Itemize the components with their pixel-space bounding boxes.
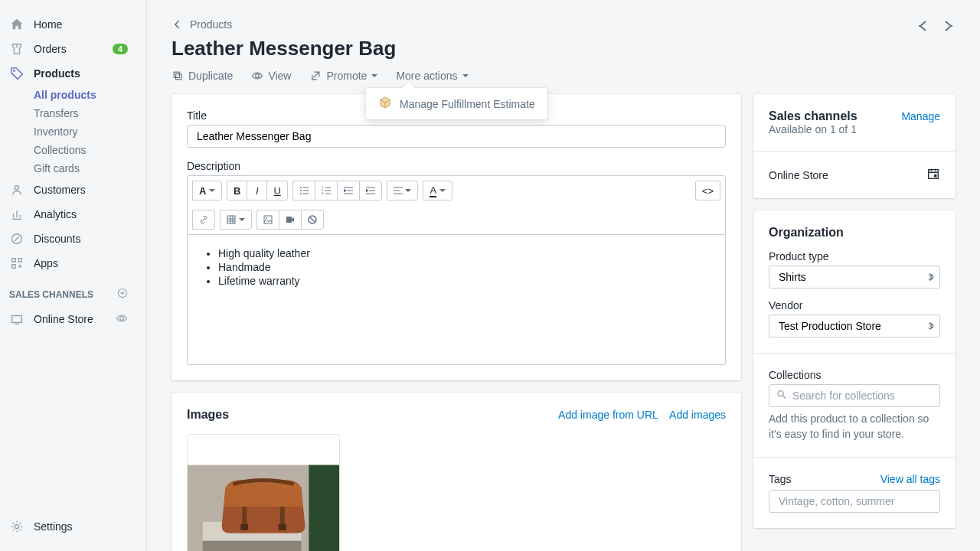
duplicate-icon bbox=[172, 70, 184, 82]
organization-heading: Organization bbox=[769, 226, 940, 240]
number-list-button[interactable]: 123 bbox=[315, 181, 337, 201]
svg-point-12 bbox=[256, 74, 260, 78]
prev-product-button[interactable] bbox=[916, 18, 931, 36]
analytics-icon bbox=[9, 207, 24, 222]
svg-point-14 bbox=[300, 190, 302, 191]
view-button[interactable]: View bbox=[251, 70, 291, 82]
collections-search-input[interactable] bbox=[769, 384, 940, 407]
nav-discounts[interactable]: Discounts bbox=[0, 227, 146, 251]
svg-rect-3 bbox=[12, 259, 16, 262]
collections-help: Add this product to a collection so it's… bbox=[769, 412, 940, 442]
nav-products[interactable]: Products bbox=[0, 61, 146, 86]
channel-name: Online Store bbox=[769, 169, 828, 181]
title-input[interactable] bbox=[187, 125, 726, 148]
nav-home[interactable]: Home bbox=[0, 12, 146, 37]
products-icon bbox=[9, 66, 24, 81]
italic-button[interactable]: I bbox=[247, 181, 266, 201]
nav-online-store[interactable]: Online Store bbox=[0, 307, 146, 331]
add-channel-icon[interactable] bbox=[117, 288, 128, 301]
svg-rect-28 bbox=[240, 524, 248, 530]
nav-apps[interactable]: Apps bbox=[0, 251, 146, 276]
product-image-thumb[interactable] bbox=[187, 434, 340, 551]
svg-rect-31 bbox=[934, 174, 937, 178]
tags-input[interactable] bbox=[769, 490, 940, 513]
nav-orders[interactable]: Orders 4 bbox=[0, 37, 146, 61]
outdent-button[interactable] bbox=[337, 181, 359, 201]
svg-point-9 bbox=[15, 524, 18, 528]
align-button[interactable] bbox=[387, 181, 419, 201]
view-all-tags-link[interactable]: View all tags bbox=[880, 473, 940, 485]
nav-products-label: Products bbox=[34, 67, 80, 80]
desc-bullet: Handmade bbox=[218, 261, 710, 273]
images-heading: Images bbox=[187, 408, 229, 422]
settings-icon bbox=[9, 519, 24, 534]
calendar-icon[interactable] bbox=[926, 167, 940, 183]
desc-bullet: Lifetime warranty bbox=[218, 275, 710, 287]
next-product-button[interactable] bbox=[940, 18, 956, 36]
availability-text: Available on 1 of 1 bbox=[769, 123, 940, 135]
vendor-label: Vendor bbox=[769, 299, 940, 311]
nav-analytics[interactable]: Analytics bbox=[0, 202, 146, 227]
product-type-select[interactable] bbox=[769, 266, 940, 289]
chevron-down-icon bbox=[462, 74, 469, 77]
chevron-down-icon bbox=[371, 74, 377, 77]
nav-transfers[interactable]: Transfers bbox=[0, 104, 146, 122]
video-button[interactable] bbox=[279, 210, 301, 230]
add-images-link[interactable]: Add images bbox=[669, 409, 726, 421]
view-store-icon[interactable] bbox=[116, 312, 128, 327]
indent-button[interactable] bbox=[359, 181, 382, 201]
vendor-select[interactable] bbox=[769, 315, 940, 337]
svg-rect-5 bbox=[12, 265, 16, 269]
code-view-button[interactable]: <> bbox=[695, 181, 720, 201]
nav-inventory[interactable]: Inventory bbox=[0, 122, 146, 141]
orders-icon bbox=[9, 41, 24, 57]
text-color-button[interactable]: A bbox=[423, 181, 452, 201]
product-type-label: Product type bbox=[769, 250, 940, 262]
breadcrumb-label: Products bbox=[190, 18, 232, 31]
svg-rect-22 bbox=[286, 217, 292, 223]
discounts-icon bbox=[9, 231, 24, 246]
svg-text:3: 3 bbox=[322, 191, 324, 195]
more-actions-button[interactable]: More actions bbox=[396, 70, 468, 82]
collections-label: Collections bbox=[769, 369, 940, 381]
image-button[interactable] bbox=[256, 210, 279, 230]
bullet-list-button[interactable] bbox=[292, 181, 315, 201]
svg-rect-30 bbox=[929, 170, 939, 179]
nav-all-products[interactable]: All products bbox=[0, 86, 146, 104]
svg-point-21 bbox=[266, 217, 267, 219]
sales-channels-card: Sales channels Manage Available on 1 of … bbox=[753, 94, 956, 198]
breadcrumb[interactable]: Products bbox=[172, 18, 396, 31]
nav-settings[interactable]: Settings bbox=[0, 514, 146, 539]
nav-settings-label: Settings bbox=[34, 520, 73, 533]
svg-rect-29 bbox=[279, 524, 286, 530]
apps-icon bbox=[9, 256, 24, 271]
underline-button[interactable]: U bbox=[266, 181, 287, 201]
svg-rect-10 bbox=[174, 72, 179, 77]
svg-point-13 bbox=[300, 187, 302, 188]
online-store-icon bbox=[9, 311, 24, 327]
add-image-url-link[interactable]: Add image from URL bbox=[558, 409, 658, 421]
manage-channels-link[interactable]: Manage bbox=[901, 110, 940, 122]
table-button[interactable] bbox=[220, 210, 252, 230]
svg-rect-4 bbox=[18, 259, 22, 262]
clear-format-button[interactable] bbox=[301, 210, 324, 230]
duplicate-button[interactable]: Duplicate bbox=[172, 70, 233, 82]
description-editor[interactable]: High quality leather Handmade Lifetime w… bbox=[187, 235, 726, 365]
main-content: Products Leather Messenger Bag Duplicate… bbox=[147, 0, 980, 551]
svg-point-1 bbox=[15, 186, 18, 190]
promote-button[interactable]: Promote bbox=[309, 70, 377, 82]
svg-rect-7 bbox=[12, 316, 22, 323]
description-label: Description bbox=[187, 160, 726, 172]
nav-gift-cards[interactable]: Gift cards bbox=[0, 159, 146, 178]
bold-button[interactable]: B bbox=[227, 181, 247, 201]
nav-discounts-label: Discounts bbox=[34, 233, 80, 245]
chevron-left-icon bbox=[172, 18, 184, 31]
nav-customers[interactable]: Customers bbox=[0, 178, 146, 202]
more-actions-popover[interactable]: Manage Fulfillment Estimate bbox=[366, 88, 547, 119]
nav-home-label: Home bbox=[34, 18, 62, 31]
font-style-button[interactable]: A bbox=[192, 181, 222, 201]
nav-collections[interactable]: Collections bbox=[0, 141, 146, 159]
nav-apps-label: Apps bbox=[34, 257, 58, 269]
svg-point-0 bbox=[13, 70, 15, 72]
link-button[interactable] bbox=[192, 210, 215, 230]
